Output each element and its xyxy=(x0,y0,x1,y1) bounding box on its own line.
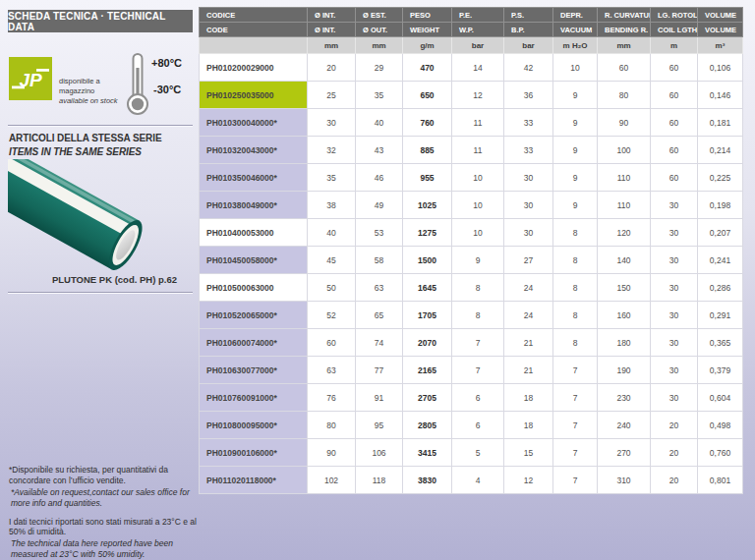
value-cell: 8 xyxy=(553,274,598,302)
availability-en: available on stock xyxy=(59,96,128,106)
value-cell: 40 xyxy=(356,109,403,137)
value-cell: 10 xyxy=(452,219,504,247)
footnote-request-it: *Disponibile su richiesta, per quantitat… xyxy=(9,465,198,486)
header-en-cell: VOLUME xyxy=(698,23,743,37)
value-cell: 36 xyxy=(504,82,553,109)
value-cell: 11 xyxy=(452,137,504,164)
value-cell: 90 xyxy=(308,439,356,467)
value-cell: 100 xyxy=(598,137,651,164)
header-it-cell: R. CURVATURA xyxy=(598,8,651,23)
unit-cell: bar xyxy=(504,37,553,54)
value-cell: 7 xyxy=(452,329,504,357)
value-cell: 95 xyxy=(356,412,403,439)
value-cell: 9 xyxy=(553,82,598,109)
hose-product-image xyxy=(8,159,157,271)
table-row: PH010760091000*769127056187230300,604 xyxy=(200,384,743,412)
table-row: PH010900106000*9010634155157270200,760 xyxy=(200,439,743,467)
value-cell: 80 xyxy=(598,82,651,109)
unit-cell xyxy=(200,37,308,54)
header-en-cell: Ø INT. xyxy=(308,23,356,37)
value-cell: 21 xyxy=(504,357,553,384)
value-cell: 7 xyxy=(553,467,598,494)
value-cell: 12 xyxy=(504,467,553,494)
value-cell: 30 xyxy=(651,384,698,412)
code-cell: PH010800095000* xyxy=(200,412,308,439)
value-cell: 76 xyxy=(308,384,356,412)
value-cell: 0,241 xyxy=(698,247,743,274)
value-cell: 1025 xyxy=(403,192,452,219)
header-it-cell: VOLUME xyxy=(698,8,743,23)
value-cell: 0,181 xyxy=(698,109,743,137)
value-cell: 20 xyxy=(308,54,356,82)
value-cell: 7 xyxy=(553,384,598,412)
header-it-cell: P.E. xyxy=(452,8,504,23)
value-cell: 18 xyxy=(504,384,553,412)
code-cell: PH010400053000 xyxy=(200,219,308,247)
header-it-cell: P.S. xyxy=(504,8,553,23)
value-cell: 18 xyxy=(504,412,553,439)
value-cell: 21 xyxy=(504,329,553,357)
header-en-cell: VACUUM xyxy=(553,23,598,37)
code-cell: PH010320043000* xyxy=(200,137,308,164)
header-it-cell: CODICE xyxy=(200,8,308,23)
value-cell: 29 xyxy=(356,54,403,82)
code-cell: PH010350046000* xyxy=(200,164,308,192)
jp-logo-text: JP xyxy=(19,70,42,90)
thermometer-icon xyxy=(126,52,149,117)
code-cell: PH011020118000* xyxy=(200,467,308,494)
value-cell: 102 xyxy=(308,467,356,494)
value-cell: 760 xyxy=(403,109,452,137)
value-cell: 180 xyxy=(598,329,651,357)
value-cell: 9 xyxy=(553,137,598,164)
header-en-cell: WEIGHT xyxy=(403,23,452,37)
value-cell: 0,225 xyxy=(698,164,743,192)
code-cell: PH010450058000* xyxy=(200,247,308,274)
header-it-cell: Ø INT. xyxy=(308,8,356,23)
value-cell: 52 xyxy=(308,302,356,329)
footnote-request-en: *Available on request,contact our sales … xyxy=(9,487,198,509)
value-cell: 120 xyxy=(598,219,651,247)
unit-cell: m H₂O xyxy=(553,37,598,54)
value-cell: 33 xyxy=(504,109,553,137)
header-en-cell: Ø OUT. xyxy=(356,23,403,37)
table-row: PH010630077000*637721657217190300,379 xyxy=(200,357,743,384)
value-cell: 190 xyxy=(598,357,651,384)
value-cell: 60 xyxy=(651,164,698,192)
unit-row: mmmmg/mbarbarm H₂Ommmm³ xyxy=(200,37,743,54)
value-cell: 4 xyxy=(452,467,504,494)
header-it-cell: Ø EST. xyxy=(356,8,403,23)
temperature-max: +80°C xyxy=(151,57,182,69)
value-cell: 30 xyxy=(504,192,553,219)
value-cell: 0,760 xyxy=(698,439,743,467)
table-row: PH010320043000*324388511339100600,214 xyxy=(200,137,743,164)
value-cell: 8 xyxy=(553,219,598,247)
availability-label: disponibile a magazzino available on sto… xyxy=(59,77,128,105)
table-row: PH010450058000*455815009278140300,241 xyxy=(200,247,743,274)
value-cell: 0,801 xyxy=(698,467,743,494)
temperature-min: -30°C xyxy=(153,84,181,95)
header-en-cell: W.P. xyxy=(452,23,504,37)
table-row: PH010800095000*809528056187240200,498 xyxy=(200,412,743,439)
value-cell: 60 xyxy=(651,54,698,82)
header-it-cell: PESO xyxy=(403,8,452,23)
code-cell: PH010760091000* xyxy=(200,384,308,412)
value-cell: 5 xyxy=(452,439,504,467)
value-cell: 60 xyxy=(651,82,698,109)
value-cell: 8 xyxy=(553,329,598,357)
value-cell: 955 xyxy=(403,164,452,192)
value-cell: 270 xyxy=(598,439,651,467)
value-cell: 30 xyxy=(504,164,553,192)
value-cell: 150 xyxy=(598,274,651,302)
value-cell: 32 xyxy=(308,137,356,164)
table-body: PH010200029000202947014421060600,106PH01… xyxy=(200,54,743,494)
code-cell: PH010630077000* xyxy=(200,357,308,384)
value-cell: 35 xyxy=(308,164,356,192)
technical-data-table: CODICEØ INT.Ø EST.PESOP.E.P.S.DEPR.R. CU… xyxy=(199,7,743,494)
table-row: PH010500063000506316458248150300,286 xyxy=(200,274,743,302)
value-cell: 10 xyxy=(452,192,504,219)
code-cell: PH010900106000* xyxy=(200,439,308,467)
value-cell: 8 xyxy=(452,274,504,302)
value-cell: 9 xyxy=(553,164,598,192)
value-cell: 6 xyxy=(452,384,504,412)
divider-line xyxy=(8,292,193,294)
